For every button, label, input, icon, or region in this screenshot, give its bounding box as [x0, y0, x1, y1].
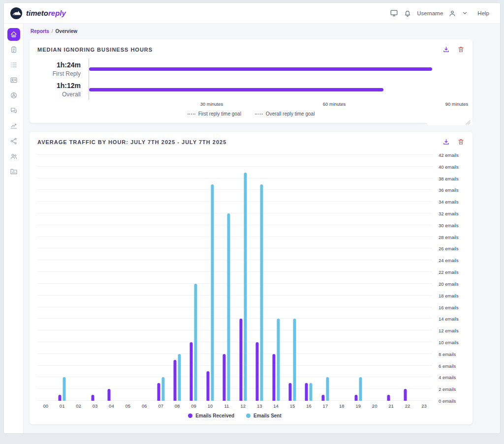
download-icon[interactable]	[442, 46, 450, 53]
y-axis-label: 20 emails	[439, 281, 459, 286]
legend-item-first-reply-time-goal[interactable]: First reply time goal	[188, 111, 241, 117]
notifications-bell-icon[interactable]	[404, 9, 411, 17]
traffic-x-axis-labels: 0001020304050607080910111213141516171819…	[37, 401, 432, 411]
dotted-line-marker	[188, 114, 195, 115]
sidebar-item-folder-chart[interactable]	[7, 165, 20, 178]
sidebar-item-trend-chart[interactable]	[7, 119, 20, 132]
trash-icon[interactable]	[457, 46, 465, 53]
username-menu[interactable]: Username	[417, 10, 443, 16]
y-axis-label: 26 emails	[439, 246, 459, 251]
breadcrumb-reports-link[interactable]: Reports	[31, 29, 49, 34]
y-axis-label: 12 emails	[439, 328, 459, 333]
x-axis-label-16: 16	[301, 403, 317, 409]
bar-group-hour-14	[272, 155, 280, 401]
median-x-axis: 30 minutes60 minutes90 minutes	[37, 100, 465, 107]
bar-group-hour-06	[141, 155, 148, 401]
median-axis-ticks: 30 minutes60 minutes90 minutes	[89, 100, 457, 107]
bar-emails-received-hour-04	[108, 389, 111, 401]
logo[interactable]: timetoreply	[10, 7, 66, 20]
user-avatar-icon[interactable]	[448, 9, 456, 17]
resize-grip-icon[interactable]	[465, 119, 471, 125]
logo-text-primary: timeto	[26, 9, 48, 17]
breadcrumb-separator: /	[52, 29, 53, 34]
x-axis-label-07: 07	[153, 403, 169, 409]
team-icon	[10, 152, 18, 160]
legend-label: First reply time goal	[198, 111, 241, 117]
sidebar-item-steering-wheel[interactable]	[7, 89, 20, 102]
sidebar-item-home[interactable]	[7, 28, 20, 41]
x-axis-label-20: 20	[366, 403, 382, 409]
x-axis-label-06: 06	[136, 403, 153, 409]
header-actions: Username Help	[390, 9, 489, 17]
axis-tick-label: 90 minutes	[445, 101, 468, 107]
bar-emails-received-hour-10	[206, 371, 209, 401]
y-axis-label: 30 emails	[439, 222, 459, 228]
bar-emails-received-hour-08	[174, 360, 177, 401]
median-series-name: Overall	[37, 91, 81, 98]
bar-group-hour-11	[223, 155, 230, 401]
bar-group-hour-18	[338, 155, 346, 401]
x-axis-label-12: 12	[235, 403, 251, 409]
bar-group-hour-22	[404, 155, 411, 401]
y-axis-label: 22 emails	[439, 269, 459, 275]
sidebar-item-clipboard[interactable]	[7, 43, 20, 56]
bar-group-hour-15	[288, 155, 296, 401]
sidebar-item-list[interactable]	[7, 59, 20, 71]
bar-emails-received-hour-03	[91, 395, 94, 401]
median-row-label: 1h:24mFirst Reply	[37, 59, 89, 79]
bar-emails-sent-hour-12	[244, 173, 247, 401]
x-axis-label-10: 10	[202, 403, 218, 409]
legend-dot-emails-sent	[246, 414, 251, 418]
app-window: timetoreply Username Help Reports/Overvi…	[4, 3, 500, 433]
chat-icon	[10, 107, 18, 115]
sidebar-item-share-network[interactable]	[7, 135, 20, 148]
bar-group-hour-09	[190, 155, 197, 401]
median-row-label: 1h:12mOverall	[37, 79, 89, 100]
bar-group-hour-13	[256, 155, 263, 401]
bar-emails-received-hour-13	[256, 342, 259, 401]
average-traffic-by-hour-card: AVERAGE TRAFFIC BY HOUR: JULY 7TH 2025 -…	[30, 132, 472, 424]
bar-emails-sent-hour-13	[260, 184, 263, 401]
bar-emails-sent-hour-08	[178, 354, 181, 401]
trash-icon[interactable]	[457, 138, 465, 146]
contact-card-icon	[10, 76, 18, 84]
bar-group-hour-17	[321, 155, 329, 401]
sidebar-item-chat[interactable]	[7, 104, 20, 117]
sidebar-item-team[interactable]	[7, 150, 20, 163]
bar-emails-received-hour-09	[190, 342, 193, 401]
x-axis-label-14: 14	[268, 403, 284, 409]
median-series-name: First Reply	[37, 70, 81, 77]
display-icon[interactable]	[390, 9, 398, 17]
download-icon[interactable]	[442, 138, 450, 146]
x-axis-label-09: 09	[186, 403, 202, 409]
legend-label: Emails Received	[195, 413, 234, 418]
legend-item-overall-reply-time-goal[interactable]: Overall reply time goal	[255, 111, 315, 117]
dotted-line-marker	[255, 114, 263, 115]
bar-emails-received-hour-19	[354, 395, 357, 401]
bar-emails-received-hour-22	[404, 389, 407, 401]
y-axis-label: 40 emails	[439, 164, 459, 169]
bar-group-hour-00	[42, 155, 49, 401]
x-axis-label-11: 11	[219, 403, 235, 409]
chevron-down-icon[interactable]	[462, 10, 468, 16]
share-network-icon	[10, 137, 18, 145]
y-axis-label: 10 emails	[439, 339, 459, 345]
x-axis-label-04: 04	[103, 403, 120, 409]
sidebar-item-contact-card[interactable]	[7, 74, 20, 87]
help-link[interactable]: Help	[477, 10, 489, 16]
x-axis-label-03: 03	[87, 403, 103, 409]
legend-item-emails-sent[interactable]: Emails Sent	[246, 413, 282, 418]
traffic-y-axis-labels: 0 emails2 emails4 emails6 emails8 emails…	[432, 155, 472, 401]
legend-item-emails-received[interactable]: Emails Received	[188, 413, 234, 418]
logo-rabbit-icon	[10, 7, 23, 20]
bar-emails-received-hour-12	[239, 319, 242, 401]
traffic-chart: 0001020304050607080910111213141516171819…	[30, 150, 472, 424]
bar-group-hour-16	[305, 155, 313, 401]
median-reply-time-card: MEDIAN IGNORING BUSINESS HOURS 1h:24mFir…	[30, 39, 472, 123]
x-axis-label-02: 02	[70, 403, 87, 409]
x-axis-label-13: 13	[251, 403, 267, 409]
bar-group-hour-21	[387, 155, 395, 401]
y-axis-label: 32 emails	[439, 211, 459, 216]
median-bar-track	[89, 59, 465, 79]
list-icon	[10, 61, 18, 69]
